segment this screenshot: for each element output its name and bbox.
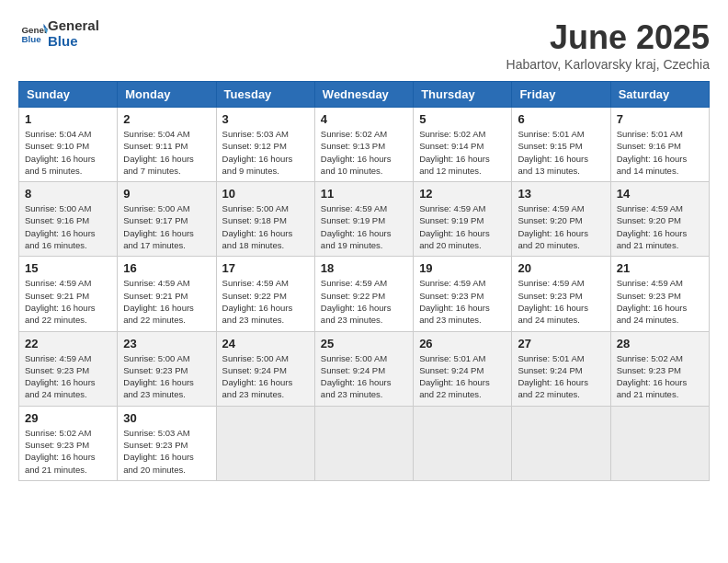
day-info: Sunrise: 5:00 AMSunset: 9:24 PMDaylight:… <box>321 352 407 401</box>
day-number: 10 <box>222 187 309 201</box>
day-number: 29 <box>25 411 111 425</box>
day-number: 11 <box>321 187 407 201</box>
day-info: Sunrise: 4:59 AMSunset: 9:21 PMDaylight:… <box>123 277 210 326</box>
day-cell-6: 6Sunrise: 5:01 AMSunset: 9:15 PMDaylight… <box>512 108 610 182</box>
logo-blue: Blue <box>48 34 99 50</box>
logo-general: General <box>48 18 99 34</box>
day-info: Sunrise: 5:00 AMSunset: 9:18 PMDaylight:… <box>222 202 309 251</box>
logo-icon: General Blue <box>20 20 48 48</box>
day-info: Sunrise: 4:59 AMSunset: 9:22 PMDaylight:… <box>321 277 407 326</box>
day-info: Sunrise: 4:59 AMSunset: 9:23 PMDaylight:… <box>518 277 604 326</box>
day-info: Sunrise: 5:04 AMSunset: 9:10 PMDaylight:… <box>25 128 111 177</box>
day-cell-28: 28Sunrise: 5:02 AMSunset: 9:23 PMDayligh… <box>610 331 709 406</box>
day-cell-25: 25Sunrise: 5:00 AMSunset: 9:24 PMDayligh… <box>314 331 413 406</box>
day-number: 6 <box>518 112 604 126</box>
day-cell-30: 30Sunrise: 5:03 AMSunset: 9:23 PMDayligh… <box>118 406 216 480</box>
day-number: 8 <box>25 187 111 201</box>
day-number: 14 <box>617 187 703 201</box>
day-number: 7 <box>617 112 703 126</box>
day-number: 27 <box>518 337 604 350</box>
day-number: 18 <box>321 261 407 275</box>
day-cell-5: 5Sunrise: 5:02 AMSunset: 9:14 PMDaylight… <box>414 108 512 182</box>
week-row-4: 22Sunrise: 4:59 AMSunset: 9:23 PMDayligh… <box>19 331 710 406</box>
day-cell-20: 20Sunrise: 4:59 AMSunset: 9:23 PMDayligh… <box>512 257 610 331</box>
day-info: Sunrise: 4:59 AMSunset: 9:21 PMDaylight:… <box>25 277 111 326</box>
weekday-header-wednesday: Wednesday <box>314 82 413 108</box>
week-row-2: 8Sunrise: 5:00 AMSunset: 9:16 PMDaylight… <box>19 182 710 257</box>
empty-cell <box>216 406 314 480</box>
day-cell-24: 24Sunrise: 5:00 AMSunset: 9:24 PMDayligh… <box>216 331 314 406</box>
day-cell-9: 9Sunrise: 5:00 AMSunset: 9:17 PMDaylight… <box>118 182 216 257</box>
day-number: 5 <box>419 112 506 126</box>
day-cell-12: 12Sunrise: 4:59 AMSunset: 9:19 PMDayligh… <box>414 182 512 257</box>
day-number: 3 <box>222 112 309 126</box>
day-number: 1 <box>25 112 111 126</box>
day-cell-1: 1Sunrise: 5:04 AMSunset: 9:10 PMDaylight… <box>19 108 118 182</box>
day-cell-26: 26Sunrise: 5:01 AMSunset: 9:24 PMDayligh… <box>414 331 512 406</box>
day-cell-11: 11Sunrise: 4:59 AMSunset: 9:19 PMDayligh… <box>314 182 413 257</box>
day-info: Sunrise: 5:01 AMSunset: 9:24 PMDaylight:… <box>518 352 604 401</box>
day-number: 4 <box>321 112 407 126</box>
weekday-header-saturday: Saturday <box>610 82 709 108</box>
day-cell-16: 16Sunrise: 4:59 AMSunset: 9:21 PMDayligh… <box>118 257 216 331</box>
logo: General Blue General Blue <box>18 18 99 49</box>
day-cell-10: 10Sunrise: 5:00 AMSunset: 9:18 PMDayligh… <box>216 182 314 257</box>
day-number: 13 <box>518 187 604 201</box>
day-info: Sunrise: 5:02 AMSunset: 9:14 PMDaylight:… <box>419 128 506 177</box>
day-cell-8: 8Sunrise: 5:00 AMSunset: 9:16 PMDaylight… <box>19 182 118 257</box>
day-cell-3: 3Sunrise: 5:03 AMSunset: 9:12 PMDaylight… <box>216 108 314 182</box>
day-cell-23: 23Sunrise: 5:00 AMSunset: 9:23 PMDayligh… <box>118 331 216 406</box>
location-subtitle: Habartov, Karlovarsky kraj, Czechia <box>506 57 710 72</box>
day-number: 22 <box>25 337 111 350</box>
day-number: 2 <box>123 112 210 126</box>
day-info: Sunrise: 5:04 AMSunset: 9:11 PMDaylight:… <box>123 128 210 177</box>
day-number: 12 <box>419 187 506 201</box>
weekday-header-thursday: Thursday <box>414 82 512 108</box>
week-row-3: 15Sunrise: 4:59 AMSunset: 9:21 PMDayligh… <box>19 257 710 331</box>
day-info: Sunrise: 4:59 AMSunset: 9:23 PMDaylight:… <box>25 352 111 401</box>
day-number: 21 <box>617 261 703 275</box>
day-info: Sunrise: 5:03 AMSunset: 9:12 PMDaylight:… <box>222 128 309 177</box>
day-info: Sunrise: 4:59 AMSunset: 9:19 PMDaylight:… <box>419 202 506 251</box>
day-info: Sunrise: 4:59 AMSunset: 9:22 PMDaylight:… <box>222 277 309 326</box>
calendar: SundayMondayTuesdayWednesdayThursdayFrid… <box>18 81 710 481</box>
day-number: 28 <box>617 337 703 350</box>
day-info: Sunrise: 5:00 AMSunset: 9:16 PMDaylight:… <box>25 202 111 251</box>
day-info: Sunrise: 5:00 AMSunset: 9:23 PMDaylight:… <box>123 352 210 401</box>
day-info: Sunrise: 5:00 AMSunset: 9:24 PMDaylight:… <box>222 352 309 401</box>
day-info: Sunrise: 5:00 AMSunset: 9:17 PMDaylight:… <box>123 202 210 251</box>
day-number: 19 <box>419 261 506 275</box>
day-cell-22: 22Sunrise: 4:59 AMSunset: 9:23 PMDayligh… <box>19 331 118 406</box>
day-cell-29: 29Sunrise: 5:02 AMSunset: 9:23 PMDayligh… <box>19 406 118 480</box>
day-number: 20 <box>518 261 604 275</box>
day-info: Sunrise: 4:59 AMSunset: 9:23 PMDaylight:… <box>617 277 703 326</box>
day-info: Sunrise: 5:03 AMSunset: 9:23 PMDaylight:… <box>123 427 210 476</box>
day-cell-4: 4Sunrise: 5:02 AMSunset: 9:13 PMDaylight… <box>314 108 413 182</box>
day-cell-14: 14Sunrise: 4:59 AMSunset: 9:20 PMDayligh… <box>610 182 709 257</box>
day-number: 23 <box>123 337 210 350</box>
day-cell-7: 7Sunrise: 5:01 AMSunset: 9:16 PMDaylight… <box>610 108 709 182</box>
day-number: 16 <box>123 261 210 275</box>
day-number: 26 <box>419 337 506 350</box>
weekday-header-row: SundayMondayTuesdayWednesdayThursdayFrid… <box>19 82 710 108</box>
day-cell-17: 17Sunrise: 4:59 AMSunset: 9:22 PMDayligh… <box>216 257 314 331</box>
day-info: Sunrise: 5:02 AMSunset: 9:13 PMDaylight:… <box>321 128 407 177</box>
weekday-header-monday: Monday <box>118 82 216 108</box>
day-number: 17 <box>222 261 309 275</box>
day-info: Sunrise: 4:59 AMSunset: 9:20 PMDaylight:… <box>617 202 703 251</box>
day-info: Sunrise: 5:02 AMSunset: 9:23 PMDaylight:… <box>617 352 703 401</box>
day-cell-27: 27Sunrise: 5:01 AMSunset: 9:24 PMDayligh… <box>512 331 610 406</box>
svg-text:Blue: Blue <box>22 34 42 44</box>
empty-cell <box>610 406 709 480</box>
weekday-header-sunday: Sunday <box>19 82 118 108</box>
day-info: Sunrise: 4:59 AMSunset: 9:19 PMDaylight:… <box>321 202 407 251</box>
day-cell-18: 18Sunrise: 4:59 AMSunset: 9:22 PMDayligh… <box>314 257 413 331</box>
day-number: 25 <box>321 337 407 350</box>
day-number: 9 <box>123 187 210 201</box>
day-cell-2: 2Sunrise: 5:04 AMSunset: 9:11 PMDaylight… <box>118 108 216 182</box>
week-row-1: 1Sunrise: 5:04 AMSunset: 9:10 PMDaylight… <box>19 108 710 182</box>
day-cell-19: 19Sunrise: 4:59 AMSunset: 9:23 PMDayligh… <box>414 257 512 331</box>
day-number: 24 <box>222 337 309 350</box>
day-number: 30 <box>123 411 210 425</box>
day-info: Sunrise: 5:01 AMSunset: 9:15 PMDaylight:… <box>518 128 604 177</box>
